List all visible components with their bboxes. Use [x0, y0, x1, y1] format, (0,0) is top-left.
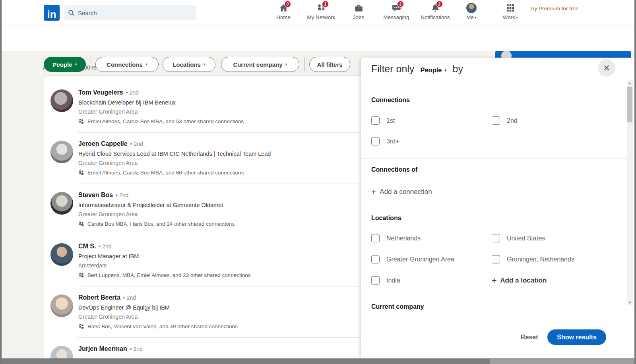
nav-item-home[interactable]: 0 Home — [268, 2, 299, 25]
person-name-link[interactable]: Jurjen Meerman — [78, 345, 127, 352]
top-navigation-bar: in 0 Home 1 My Network — [0, 0, 636, 25]
profile-photo[interactable] — [50, 192, 73, 215]
profile-photo[interactable] — [50, 346, 73, 358]
checkbox-box — [371, 137, 380, 145]
shared-connections-text[interactable]: Emiel Almoes, Carola Bos MBA, and 53 oth… — [87, 118, 244, 124]
shared-connections-text[interactable]: Emiel Almoes, Carola Bos MBA, and 66 oth… — [87, 170, 244, 176]
section-divider — [361, 84, 634, 84]
chip-divider — [91, 57, 91, 72]
close-icon[interactable]: ✕ — [598, 59, 615, 77]
person-name-link[interactable]: Steven Bos — [78, 192, 113, 199]
modal-scrollbar[interactable]: ▲ ▼ — [627, 80, 633, 305]
scroll-up-icon[interactable]: ▲ — [627, 80, 633, 86]
add-location-link[interactable]: +Add a location — [492, 276, 547, 285]
checkbox-2nd[interactable]: 2nd — [492, 116, 518, 125]
shared-connections-icon — [78, 323, 84, 329]
connection-degree: • 2nd — [99, 243, 111, 250]
person-location: Amsterdam — [78, 262, 107, 269]
nav-item-work[interactable]: Work▾ — [498, 2, 523, 25]
person-name-link[interactable]: Robert Beerta — [78, 294, 120, 301]
window-border-left — [0, 0, 2, 364]
shared-connections-text[interactable]: Carola Bos MBA, Hans Bos, and 24 other s… — [87, 221, 235, 227]
checkbox-box — [371, 255, 380, 263]
person-name-link[interactable]: Tom Veugelers — [78, 89, 123, 96]
my-network-icon: 1 — [316, 2, 327, 14]
linkedin-logo[interactable]: in — [44, 5, 60, 21]
person-name-link[interactable]: Jeroen Cappelle — [78, 140, 128, 147]
chevron-down-icon: ▾ — [204, 62, 206, 66]
checkbox-box — [371, 234, 380, 242]
shared-connections-icon — [78, 272, 84, 278]
add-connection-link[interactable]: +Add a connection — [371, 188, 432, 196]
person-headline: DevOps Engineer @ Equigy bij IBM — [78, 304, 170, 311]
profile-photo[interactable] — [50, 294, 73, 317]
connection-degree: • 2nd — [123, 294, 136, 301]
entity-dropdown[interactable]: People▾ — [420, 66, 446, 74]
horizontal-scrollbar-thumb[interactable] — [2, 359, 490, 364]
section-divider — [361, 295, 634, 295]
nav-divider — [493, 6, 493, 21]
section-divider — [361, 158, 634, 159]
checkbox-1st[interactable]: 1st — [371, 116, 395, 125]
checkbox-box — [371, 116, 380, 125]
me-avatar — [466, 3, 477, 13]
bell-icon: 2 — [430, 2, 441, 14]
nav-item-jobs[interactable]: Jobs — [343, 2, 374, 25]
scroll-down-icon[interactable]: ▼ — [627, 300, 633, 305]
checkbox-united-states[interactable]: United States — [492, 234, 545, 242]
connection-degree: • 2nd — [130, 141, 143, 147]
modal-title-suffix: by — [453, 63, 463, 75]
nav-item-messaging[interactable]: 2 Messaging — [376, 2, 416, 25]
checkbox-netherlands[interactable]: Netherlands — [371, 234, 421, 242]
show-results-button[interactable]: Show results — [547, 329, 606, 345]
checkbox-india[interactable]: India — [371, 276, 400, 285]
notifications-badge: 2 — [436, 1, 443, 8]
chevron-down-icon: ▾ — [475, 15, 477, 19]
chevron-down-icon: ▾ — [285, 62, 287, 66]
section-divider — [361, 205, 634, 205]
entity-filter-pill-people[interactable]: People ▾ — [44, 57, 86, 72]
nav-item-my-network[interactable]: 1 My Network — [301, 2, 341, 25]
shared-connections-text[interactable]: Hans Bos, Vincent van Valen, and 49 othe… — [87, 323, 238, 329]
person-name-link[interactable]: CM S. — [78, 243, 96, 250]
nav-item-notifications[interactable]: 2 Notifications — [415, 2, 455, 25]
all-filters-button[interactable]: All filters — [309, 57, 350, 72]
connections-heading: Connections — [371, 97, 410, 104]
nav-item-me[interactable]: Me▾ — [456, 2, 487, 25]
checkbox-3rd[interactable]: 3rd+ — [371, 137, 399, 145]
person-headline: Informatieadviseur & Projectleider at Ge… — [78, 202, 223, 208]
checkbox-groningen-netherlands[interactable]: Groningen, Netherlands — [492, 255, 574, 263]
search-filter-bar: People ▾ Connections ▾ Locations ▾ Curre… — [0, 25, 636, 51]
plus-icon: + — [371, 188, 376, 196]
person-location: Greater Groningen Area — [78, 314, 138, 320]
jobs-icon — [353, 2, 364, 14]
horizontal-scrollbar[interactable] — [0, 358, 636, 364]
try-premium-link[interactable]: Try Premium for free — [524, 5, 584, 12]
shared-connections-text[interactable]: Bert Luppens, MBA, Emiel Almoes, and 23 … — [87, 272, 250, 278]
window-border-right — [634, 0, 636, 364]
filter-modal: Filter only People▾ by ✕ Connections 1st… — [361, 58, 634, 358]
filter-pill-current-company[interactable]: Current company ▾ — [221, 57, 299, 72]
messaging-icon: 2 — [391, 2, 402, 14]
person-location: Greater Groningen Area — [78, 211, 138, 217]
chevron-down-icon: ▾ — [444, 68, 446, 72]
person-headline: Blockchain Developer bij IBM Benelux — [78, 99, 176, 106]
checkbox-box — [492, 255, 500, 263]
checkbox-greater-groningen[interactable]: Greater Groningen Area — [371, 255, 454, 263]
profile-photo[interactable] — [50, 141, 73, 163]
shared-connections-icon — [78, 118, 84, 124]
modal-title-prefix: Filter only — [371, 63, 414, 75]
person-location: Greater Groningen Area — [78, 108, 138, 115]
profile-photo[interactable] — [50, 243, 73, 266]
chevron-down-icon: ▾ — [145, 62, 147, 66]
profile-photo[interactable] — [50, 89, 73, 112]
work-grid-icon — [505, 2, 516, 14]
scrollbar-thumb[interactable] — [627, 87, 632, 122]
home-icon: 0 — [278, 2, 289, 14]
filter-pill-connections[interactable]: Connections ▾ — [95, 57, 159, 72]
search-input[interactable] — [78, 10, 181, 16]
filter-pill-locations[interactable]: Locations ▾ — [163, 57, 215, 72]
search-box[interactable] — [64, 5, 196, 20]
home-badge: 0 — [284, 1, 291, 8]
reset-button[interactable]: Reset — [521, 334, 538, 341]
